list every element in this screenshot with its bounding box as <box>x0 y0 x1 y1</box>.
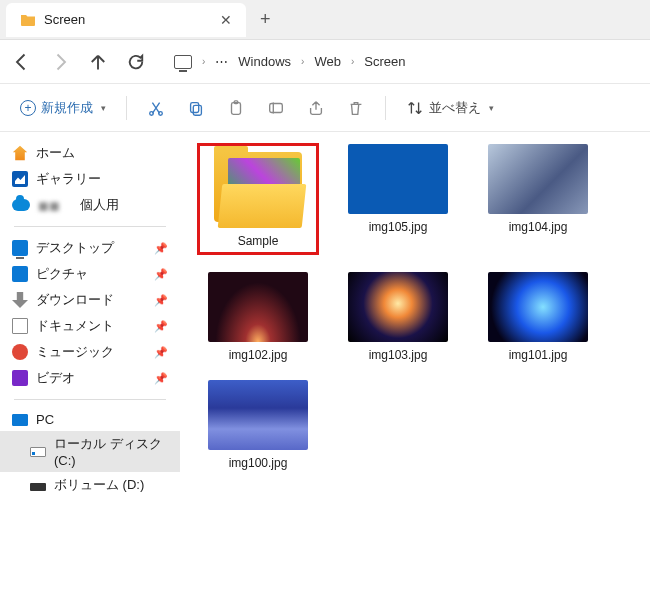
breadcrumb-seg-web[interactable]: Web <box>314 54 341 69</box>
sort-label: 並べ替え <box>429 99 481 117</box>
pc-icon <box>12 414 28 426</box>
folder-item-sample[interactable]: Sample <box>198 144 318 254</box>
new-tab-button[interactable]: + <box>260 9 271 30</box>
file-item-img101[interactable]: img101.jpg <box>478 272 598 362</box>
pin-icon: 📌 <box>154 268 168 281</box>
sidebar-item-downloads[interactable]: ダウンロード📌 <box>0 287 180 313</box>
pc-icon[interactable] <box>174 55 192 69</box>
chevron-down-icon: ▾ <box>489 103 494 113</box>
item-label: Sample <box>238 234 279 248</box>
svg-rect-3 <box>193 105 201 115</box>
nav-bar: › ⋯ Windows › Web › Screen <box>0 40 650 84</box>
cut-button[interactable] <box>139 95 173 121</box>
desktop-icon <box>12 240 28 256</box>
video-icon <box>12 370 28 386</box>
divider <box>126 96 127 120</box>
up-button[interactable] <box>88 52 108 72</box>
item-label: img100.jpg <box>229 456 288 470</box>
chevron-right-icon: › <box>301 56 304 67</box>
sidebar-item-volume[interactable]: ボリューム (D:) <box>0 472 180 498</box>
image-thumbnail <box>348 272 448 342</box>
document-icon <box>12 318 28 334</box>
drive-icon <box>30 483 46 491</box>
image-thumbnail <box>488 272 588 342</box>
item-label: img104.jpg <box>509 220 568 234</box>
svg-rect-4 <box>232 102 241 114</box>
sidebar-item-pc[interactable]: PC <box>0 408 180 431</box>
breadcrumb: › ⋯ Windows › Web › Screen <box>174 54 405 69</box>
new-label: 新規作成 <box>41 99 93 117</box>
pin-icon: 📌 <box>154 346 168 359</box>
image-thumbnail <box>488 144 588 214</box>
svg-rect-2 <box>191 102 199 112</box>
content-pane: Sample img105.jpg img104.jpg img102.jpg … <box>180 132 650 595</box>
download-icon <box>12 292 28 308</box>
svg-rect-6 <box>270 103 283 112</box>
sidebar-item-gallery[interactable]: ギャラリー <box>0 166 180 192</box>
breadcrumb-overflow[interactable]: ⋯ <box>215 54 228 69</box>
file-item-img100[interactable]: img100.jpg <box>198 380 318 470</box>
plus-circle-icon: + <box>20 100 36 116</box>
sort-button[interactable]: 並べ替え ▾ <box>398 95 502 121</box>
new-button[interactable]: + 新規作成 ▾ <box>12 95 114 121</box>
file-item-img104[interactable]: img104.jpg <box>478 144 598 254</box>
sort-icon <box>406 99 424 117</box>
share-button[interactable] <box>299 95 333 121</box>
rename-button[interactable] <box>259 95 293 121</box>
sidebar-item-local-disk[interactable]: ローカル ディスク (C:) <box>0 431 180 472</box>
pin-icon: 📌 <box>154 372 168 385</box>
item-label: img102.jpg <box>229 348 288 362</box>
breadcrumb-seg-windows[interactable]: Windows <box>238 54 291 69</box>
file-item-img105[interactable]: img105.jpg <box>338 144 458 254</box>
file-item-img103[interactable]: img103.jpg <box>338 272 458 362</box>
folder-icon <box>208 148 308 228</box>
pin-icon: 📌 <box>154 242 168 255</box>
svg-point-0 <box>150 111 154 115</box>
item-label: img101.jpg <box>509 348 568 362</box>
sidebar-item-desktop[interactable]: デスクトップ📌 <box>0 235 180 261</box>
chevron-down-icon: ▾ <box>101 103 106 113</box>
divider <box>14 226 166 227</box>
sidebar-item-pictures[interactable]: ピクチャ📌 <box>0 261 180 287</box>
sidebar-item-videos[interactable]: ビデオ📌 <box>0 365 180 391</box>
tab-bar: Screen ✕ + <box>0 0 650 40</box>
image-thumbnail <box>208 272 308 342</box>
refresh-button[interactable] <box>126 52 146 72</box>
delete-button[interactable] <box>339 95 373 121</box>
image-thumbnail <box>208 380 308 450</box>
close-icon[interactable]: ✕ <box>220 12 232 28</box>
item-label: img105.jpg <box>369 220 428 234</box>
sidebar: ホーム ギャラリー ◼◼ 個人用 デスクトップ📌 ピクチャ📌 ダウンロード📌 ド… <box>0 132 180 595</box>
tab-current[interactable]: Screen ✕ <box>6 3 246 37</box>
cloud-icon <box>12 199 30 211</box>
home-icon <box>12 145 28 161</box>
file-item-img102[interactable]: img102.jpg <box>198 272 318 362</box>
drive-icon <box>30 447 46 457</box>
breadcrumb-seg-screen[interactable]: Screen <box>364 54 405 69</box>
toolbar: + 新規作成 ▾ 並べ替え ▾ <box>0 84 650 132</box>
image-thumbnail <box>348 144 448 214</box>
paste-button[interactable] <box>219 95 253 121</box>
sidebar-item-documents[interactable]: ドキュメント📌 <box>0 313 180 339</box>
music-icon <box>12 344 28 360</box>
divider <box>14 399 166 400</box>
chevron-right-icon: › <box>351 56 354 67</box>
item-label: img103.jpg <box>369 348 428 362</box>
folder-icon <box>20 12 36 28</box>
pin-icon: 📌 <box>154 320 168 333</box>
pictures-icon <box>12 266 28 282</box>
svg-point-1 <box>159 111 163 115</box>
back-button[interactable] <box>12 52 32 72</box>
copy-button[interactable] <box>179 95 213 121</box>
pin-icon: 📌 <box>154 294 168 307</box>
forward-button[interactable] <box>50 52 70 72</box>
divider <box>385 96 386 120</box>
sidebar-item-home[interactable]: ホーム <box>0 140 180 166</box>
tab-title: Screen <box>44 12 212 27</box>
sidebar-item-music[interactable]: ミュージック📌 <box>0 339 180 365</box>
gallery-icon <box>12 171 28 187</box>
sidebar-item-personal[interactable]: ◼◼ 個人用 <box>0 192 180 218</box>
chevron-right-icon: › <box>202 56 205 67</box>
